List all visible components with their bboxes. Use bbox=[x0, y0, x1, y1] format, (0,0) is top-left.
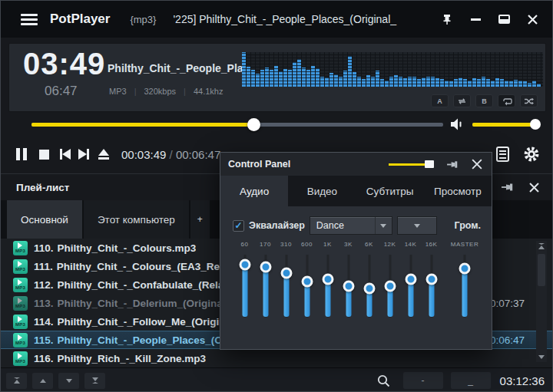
potplayer-window: PotPlayer {mp3} '225] Philthy_Chit_-_Peo… bbox=[0, 0, 553, 392]
move-down-button[interactable] bbox=[58, 373, 79, 389]
eq-band-12K: 12K bbox=[379, 241, 400, 319]
eq-slider-knob[interactable] bbox=[459, 262, 471, 274]
eq-slider-knob[interactable] bbox=[384, 281, 396, 292]
eq-slider-knob[interactable] bbox=[343, 281, 354, 292]
playlist-pin-icon[interactable] bbox=[501, 182, 515, 193]
preset-dropdown[interactable]: Dance bbox=[310, 216, 392, 235]
track-name: Philthy_Chit_-_Follow_Me_(Origina bbox=[58, 316, 232, 328]
settings-gear-icon[interactable] bbox=[523, 146, 540, 163]
tab-Аудио[interactable]: Аудио bbox=[220, 176, 288, 206]
move-up-button[interactable] bbox=[32, 373, 53, 389]
track-name: Philthy_Chit_-_People_Places_(Orig bbox=[58, 334, 237, 346]
scroll-up-icon[interactable] bbox=[536, 241, 547, 252]
eq-slider-knob[interactable] bbox=[363, 283, 375, 295]
eq-slider[interactable] bbox=[384, 253, 396, 319]
eq-slider[interactable] bbox=[301, 253, 313, 319]
loop-icon[interactable] bbox=[453, 94, 471, 107]
eq-slider-knob[interactable] bbox=[260, 262, 271, 273]
spectrum-bar bbox=[445, 81, 449, 87]
close-button[interactable] bbox=[525, 12, 540, 27]
equalizer-checkbox[interactable]: ✓ bbox=[233, 220, 244, 232]
scroll-down-icon[interactable] bbox=[536, 351, 547, 362]
move-bottom-button[interactable] bbox=[84, 373, 105, 389]
spectrum-bar bbox=[265, 68, 269, 87]
tab-Просмотр[interactable]: Просмотр bbox=[424, 176, 492, 206]
samplerate: 44.1khz bbox=[194, 87, 224, 96]
pause-button[interactable] bbox=[16, 145, 27, 163]
panel-volume-slider[interactable] bbox=[389, 163, 432, 166]
playlist-tab-Основной[interactable]: Основной bbox=[7, 200, 82, 239]
volume-slider[interactable] bbox=[472, 123, 537, 127]
media-info: MP3| 320kbps| 44.1khz bbox=[109, 87, 223, 96]
shuffle-icon[interactable] bbox=[520, 94, 538, 107]
spectrum-bar bbox=[274, 66, 278, 87]
eq-slider-knob[interactable] bbox=[280, 267, 292, 278]
seek-bar[interactable] bbox=[31, 123, 443, 127]
spectrum-bar bbox=[357, 77, 361, 87]
menu-icon[interactable] bbox=[21, 12, 38, 28]
mp3-file-icon: MP3 bbox=[13, 241, 28, 255]
mp3-icon-label: MP3 bbox=[15, 359, 25, 364]
eq-slider-knob[interactable] bbox=[322, 274, 333, 285]
eq-slider[interactable] bbox=[405, 253, 417, 319]
move-top-button[interactable] bbox=[6, 373, 27, 389]
playlist-scrollbar[interactable] bbox=[536, 241, 547, 362]
eq-slider[interactable] bbox=[280, 253, 293, 319]
maximize-button[interactable] bbox=[496, 12, 512, 27]
minimize-button[interactable] bbox=[468, 12, 483, 27]
codec: MP3 bbox=[109, 87, 127, 96]
playlist-close-icon[interactable] bbox=[528, 182, 540, 193]
stop-button[interactable] bbox=[39, 145, 49, 163]
eq-slider-knob[interactable] bbox=[301, 275, 313, 287]
eject-button[interactable] bbox=[98, 145, 109, 163]
spectrum-bar bbox=[325, 77, 329, 87]
eq-slider-fill bbox=[242, 265, 247, 317]
volume-icon[interactable] bbox=[449, 117, 465, 132]
ab-repeat-b-button[interactable]: B bbox=[475, 94, 493, 107]
tab-Видео[interactable]: Видео bbox=[288, 176, 356, 206]
mp3-file-icon: MP3 bbox=[13, 259, 28, 274]
preset-options-button[interactable] bbox=[397, 216, 437, 235]
ab-repeat-a-button[interactable]: A bbox=[431, 94, 449, 107]
track-name: Philthy_Chit_-_Confabulate_(Relau bbox=[58, 279, 230, 291]
playlist-toggle-icon[interactable] bbox=[496, 147, 509, 162]
eq-slider[interactable] bbox=[426, 253, 438, 319]
control-panel-close-icon[interactable] bbox=[471, 158, 483, 170]
add-playlist-tab[interactable]: + bbox=[190, 200, 210, 239]
spectrum-bar bbox=[366, 75, 370, 87]
eq-slider[interactable] bbox=[260, 253, 272, 319]
playlist-option-button-2[interactable]: _ bbox=[451, 372, 491, 389]
volume-handle[interactable] bbox=[530, 119, 541, 130]
tab-Субтитры[interactable]: Субтитры bbox=[356, 176, 424, 206]
eq-slider[interactable] bbox=[322, 253, 334, 319]
spectrum-bar bbox=[523, 81, 527, 87]
spectrum-bar bbox=[256, 74, 260, 87]
playlist-option-button-1[interactable]: - bbox=[403, 372, 443, 389]
pin-icon[interactable] bbox=[439, 12, 455, 27]
playlist-title: Плей-лист bbox=[16, 182, 69, 193]
seek-handle[interactable] bbox=[247, 118, 260, 131]
eq-slider-knob[interactable] bbox=[426, 273, 437, 285]
control-panel-header: Control Panel bbox=[220, 153, 492, 176]
search-icon[interactable] bbox=[373, 374, 396, 388]
eq-slider[interactable] bbox=[239, 253, 251, 319]
playlist-tab-Этот компьютер[interactable]: Этот компьютер bbox=[84, 200, 189, 239]
scrollbar-thumb[interactable] bbox=[538, 254, 545, 286]
panel-volume-handle[interactable] bbox=[425, 160, 434, 168]
spectrum-bar bbox=[376, 71, 379, 87]
repeat-all-icon[interactable] bbox=[498, 94, 515, 107]
eq-slider-knob[interactable] bbox=[239, 259, 250, 270]
spectrum-bar bbox=[380, 79, 384, 87]
spectrum-bar bbox=[270, 70, 273, 87]
control-panel-pin-icon[interactable] bbox=[446, 160, 459, 170]
spectrum-bar bbox=[412, 77, 416, 87]
eq-slider[interactable] bbox=[343, 253, 355, 319]
spectrum-bar bbox=[509, 81, 513, 87]
eq-slider[interactable] bbox=[459, 253, 471, 319]
eq-slider-knob[interactable] bbox=[405, 273, 416, 285]
next-button[interactable] bbox=[78, 145, 89, 163]
playlist-row[interactable]: MP3116.Philthy_Rich_-_Kill_Zone.mp3 bbox=[1, 349, 552, 367]
mp3-file-icon: MP3 bbox=[13, 296, 28, 311]
previous-button[interactable] bbox=[60, 145, 71, 163]
eq-slider[interactable] bbox=[363, 253, 376, 319]
